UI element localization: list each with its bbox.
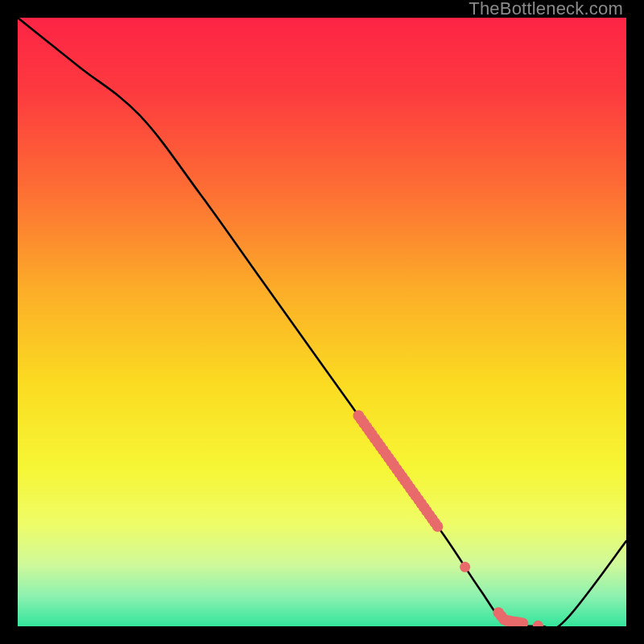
- data-marker: [460, 562, 470, 572]
- data-marker: [432, 521, 444, 532]
- chart-stage: TheBottleneck.com: [0, 0, 644, 644]
- data-marker: [533, 621, 543, 626]
- curve-layer: [18, 18, 626, 626]
- watermark-text: TheBottleneck.com: [469, 0, 623, 18]
- bottleneck-curve: [18, 18, 626, 626]
- plot-area: [18, 18, 626, 626]
- data-markers: [353, 411, 543, 626]
